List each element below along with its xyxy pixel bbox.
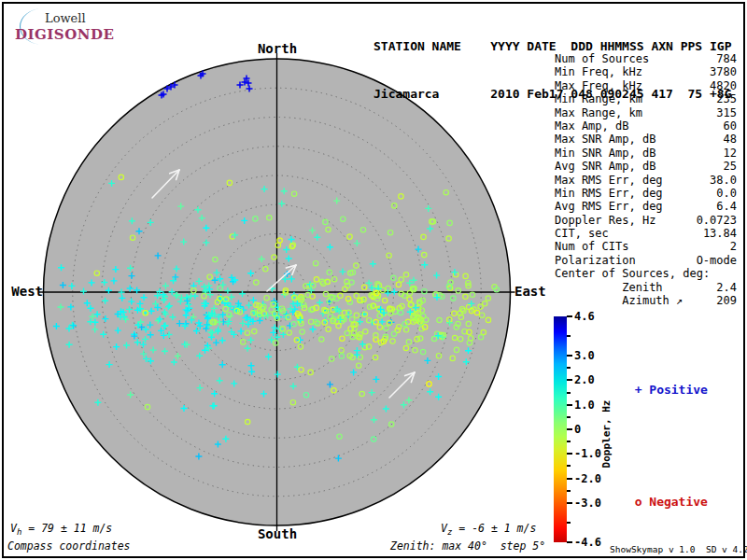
readout-row: Avg SNR Amp, dB25 [555, 160, 737, 173]
colorbar-tick-label: 1.0 [574, 399, 595, 412]
colorbar-tick-label: 2.0 [574, 373, 595, 386]
legend-negative-label: Negative [649, 495, 708, 509]
logo-lowell-text: Lowell [45, 11, 86, 25]
crosshair-axes [39, 53, 515, 531]
readout-value: 3780 [710, 65, 737, 78]
colorbar-tick [567, 502, 572, 504]
readout-value: 25 [724, 160, 737, 173]
colorbar-tick [567, 465, 571, 467]
readout-label: Num of Sources [555, 52, 649, 65]
horizontal-velocity-readout: Vh = 79 ± 11 m/s [10, 522, 112, 537]
readout-row: CIT, sec13.84 [555, 227, 737, 240]
vz-symbol: V [441, 522, 447, 535]
readout-row: Min Freq, kHz3780 [555, 65, 737, 78]
colorbar-tick-label: -4.6 [574, 536, 601, 549]
zenith-range-note: Zenith: max 40° step 5° [390, 539, 545, 553]
readout-value: 60 [724, 119, 737, 133]
colorbar-tick-label: 4.6 [574, 310, 595, 323]
readout-value: 2 [730, 240, 737, 253]
readout-row: Max Range, km315 [555, 106, 737, 119]
logo-digisonde-text: DIGISONDE [15, 26, 114, 43]
readout-row: Num of CITs2 [555, 240, 737, 253]
readout-value: 38.0 [710, 174, 737, 187]
readout-label: Polarization [555, 254, 636, 267]
legend-negative: o Negative [620, 481, 708, 509]
readout-row: Max RMS Err, deg38.0 [555, 174, 737, 187]
readout-row: Zenith2.4 [555, 281, 737, 294]
readout-value: 2.4 [716, 281, 737, 294]
colorbar-tick [567, 541, 572, 543]
readout-label: Max Freq, kHz [555, 79, 642, 92]
compass-label-north: North [249, 41, 305, 56]
colorbar-tick [567, 335, 571, 337]
readout-value: 315 [716, 106, 737, 119]
readout-value: 235 [716, 92, 737, 105]
vertical-velocity-readout: Vz = -6 ± 1 m/s [441, 522, 536, 537]
compass-label-south: South [249, 526, 305, 541]
readout-value: 48 [724, 133, 737, 146]
readout-label: Max RMS Err, deg [555, 174, 663, 187]
readout-row: Max SNR Amp, dB48 [555, 133, 737, 146]
colorbar-tick [567, 416, 571, 418]
readout-label: Min Range, km [555, 92, 642, 105]
readout-value: 4820 [710, 79, 737, 92]
legend-positive: + Positive [620, 369, 708, 397]
readout-label: Center of Sources, deg: [555, 267, 710, 280]
readout-label: Doppler Res, Hz [555, 214, 655, 227]
readout-row: Num of Sources784 [555, 52, 737, 65]
readout-label: Min Freq, kHz [555, 65, 642, 78]
colorbar-axis-label: Doppler, Hz [600, 387, 613, 481]
readout-row: Avg RMS Err, deg6.4 [555, 200, 737, 213]
readout-value: 12 [724, 147, 737, 160]
readout-value: 209 [716, 294, 737, 307]
readout-row: Doppler Res, Hz0.0723 [555, 214, 737, 227]
readout-value: 784 [716, 52, 737, 65]
colorbar-tick [567, 478, 572, 480]
legend-positive-label: Positive [649, 383, 708, 397]
readout-label: Min RMS Err, deg [555, 187, 663, 200]
coordinate-system-label: Compass coordinates [7, 539, 131, 553]
colorbar-tick [567, 404, 572, 406]
readout-value: 0.0723 [697, 214, 737, 227]
colorbar-tick-label: -1.0 [574, 447, 601, 460]
readout-row: Max Amp, dB60 [555, 119, 737, 133]
readout-row: Azimuth ↗209 [555, 294, 737, 307]
colorbar-tick [567, 522, 571, 524]
colorbar-tick [567, 392, 571, 394]
readout-value: 6.4 [716, 200, 737, 213]
colorbar-tick [567, 315, 572, 317]
colorbar-tick-label: 3.0 [574, 349, 595, 362]
readout-value: 13.84 [703, 227, 737, 240]
colorbar-tick [567, 379, 572, 381]
colorbar-tick [567, 453, 572, 455]
colorbar-tick [567, 428, 572, 430]
colorbar-tick-label: 0 [574, 423, 581, 436]
colorbar-tick-label: -3.0 [574, 497, 601, 510]
readout-value: 0.0 [716, 187, 737, 200]
colorbar-tick [567, 441, 571, 442]
colorbar-tick [567, 490, 571, 492]
readout-label: Zenith [555, 281, 663, 294]
readout-value: O-mode [697, 254, 737, 267]
readout-row: PolarizationO-mode [555, 254, 737, 267]
readout-row: Min Range, km235 [555, 92, 737, 105]
version-label: ShowSkymap v 1.0 SD v 4.2 [610, 544, 747, 554]
readout-label: Num of CITs [555, 240, 628, 253]
colorbar-tick-label: -2.0 [574, 472, 601, 485]
readout-label: Min SNR Amp, dB [555, 147, 655, 160]
readout-label: Max Amp, dB [555, 119, 628, 133]
digisonde-logo: Lowell DIGISONDE [11, 7, 123, 46]
vz-value: = -6 ± 1 m/s [452, 522, 536, 535]
colorbar-tick [567, 367, 571, 369]
readout-label: Max Range, km [555, 106, 642, 119]
readout-label: Max SNR Amp, dB [555, 133, 655, 146]
readout-row: Min RMS Err, deg0.0 [555, 187, 737, 200]
showskymap-screen: { "logo": { "lowell": "Lowell", "digison… [0, 0, 747, 560]
readout-label: Avg SNR Amp, dB [555, 160, 655, 173]
readout-label: Avg RMS Err, deg [555, 200, 663, 213]
readout-label: CIT, sec [555, 227, 609, 240]
compass-label-east: East [514, 284, 552, 299]
compass-label-west: West [11, 284, 43, 299]
vh-value: = 79 ± 11 m/s [21, 522, 112, 535]
doppler-colorbar [554, 316, 567, 542]
